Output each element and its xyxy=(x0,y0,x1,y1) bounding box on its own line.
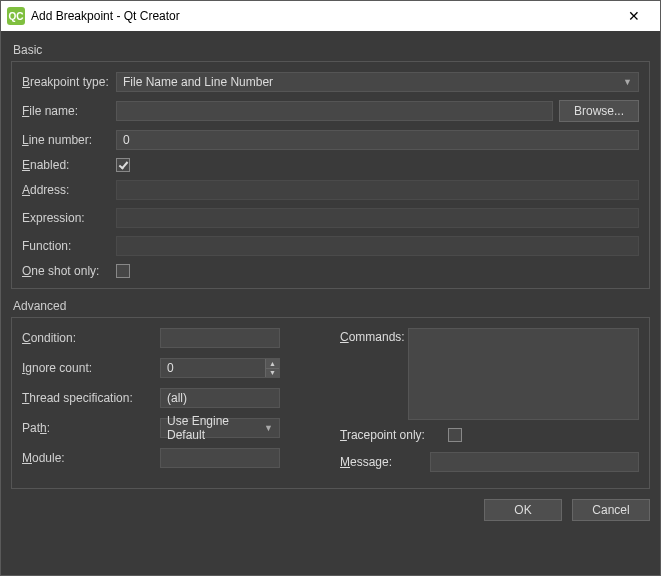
ignore-count-input[interactable] xyxy=(160,358,280,378)
condition-input[interactable] xyxy=(160,328,280,348)
browse-button[interactable]: Browse... xyxy=(559,100,639,122)
app-icon: QC xyxy=(7,7,25,25)
basic-group: Breakpoint type: File Name and Line Numb… xyxy=(11,61,650,289)
condition-label: Condition: xyxy=(22,331,160,345)
line-number-label: Line number: xyxy=(22,133,116,147)
function-input-disabled xyxy=(116,236,639,256)
chevron-down-icon: ▼ xyxy=(623,77,632,87)
titlebar: QC Add Breakpoint - Qt Creator ✕ xyxy=(1,1,660,31)
ignore-count-label: Ignore count: xyxy=(22,361,160,375)
thread-spec-label: Thread specification: xyxy=(22,391,160,405)
module-input[interactable] xyxy=(160,448,280,468)
advanced-group-label: Advanced xyxy=(13,299,650,313)
breakpoint-type-value: File Name and Line Number xyxy=(123,75,273,89)
commands-textarea[interactable] xyxy=(408,328,639,420)
path-value: Use Engine Default xyxy=(167,414,258,442)
function-label: Function: xyxy=(22,239,116,253)
path-label: Path: xyxy=(22,421,160,435)
expression-input-disabled xyxy=(116,208,639,228)
dialog-window: QC Add Breakpoint - Qt Creator ✕ Basic B… xyxy=(0,0,661,576)
ok-button[interactable]: OK xyxy=(484,499,562,521)
dialog-body: Basic Breakpoint type: File Name and Lin… xyxy=(1,31,660,575)
close-icon[interactable]: ✕ xyxy=(614,1,654,31)
message-label: Message: xyxy=(340,455,430,469)
file-name-input[interactable] xyxy=(116,101,553,121)
window-title: Add Breakpoint - Qt Creator xyxy=(31,9,614,23)
expression-label: Expression: xyxy=(22,211,116,225)
dialog-footer: OK Cancel xyxy=(11,489,650,521)
thread-spec-input[interactable] xyxy=(160,388,280,408)
one-shot-checkbox[interactable] xyxy=(116,264,130,278)
file-name-label: File name: xyxy=(22,104,116,118)
breakpoint-type-select[interactable]: File Name and Line Number ▼ xyxy=(116,72,639,92)
module-label: Module: xyxy=(22,451,160,465)
tracepoint-label: Tracepoint only: xyxy=(340,428,448,442)
address-label: Address: xyxy=(22,183,116,197)
line-number-input[interactable] xyxy=(116,130,639,150)
enabled-label: Enabled: xyxy=(22,158,116,172)
spin-up-icon[interactable]: ▲ xyxy=(265,359,279,369)
breakpoint-type-label: Breakpoint type: xyxy=(22,75,116,89)
address-input-disabled xyxy=(116,180,639,200)
cancel-button[interactable]: Cancel xyxy=(572,499,650,521)
message-input[interactable] xyxy=(430,452,639,472)
one-shot-label: One shot only: xyxy=(22,264,116,278)
tracepoint-checkbox[interactable] xyxy=(448,428,462,442)
basic-group-label: Basic xyxy=(13,43,650,57)
commands-label: Commands: xyxy=(340,328,408,420)
advanced-group: Condition: Ignore count: ▲▼ Thread speci… xyxy=(11,317,650,489)
path-select[interactable]: Use Engine Default ▼ xyxy=(160,418,280,438)
spin-down-icon[interactable]: ▼ xyxy=(265,369,279,378)
enabled-checkbox[interactable] xyxy=(116,158,130,172)
chevron-down-icon: ▼ xyxy=(264,423,273,433)
ignore-count-spinner[interactable]: ▲▼ xyxy=(160,358,280,378)
